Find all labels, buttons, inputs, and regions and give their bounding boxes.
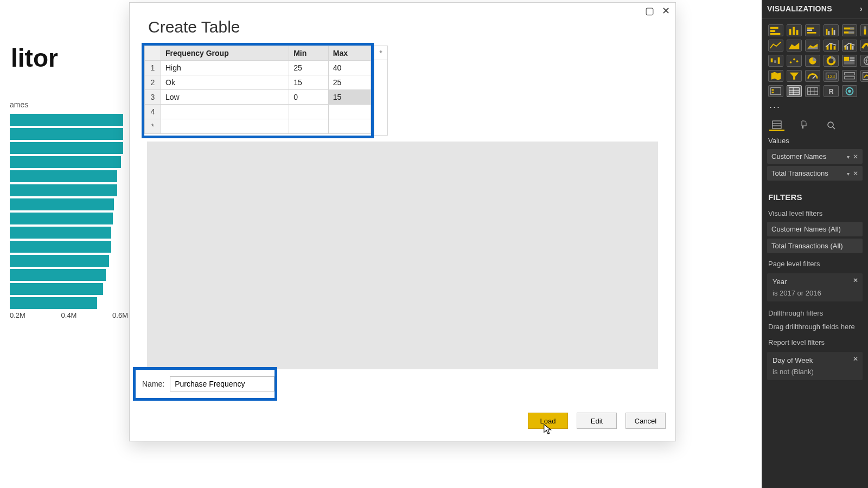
chart-y-axis-label: ames bbox=[10, 100, 28, 109]
stacked-bar-chart-icon[interactable] bbox=[768, 24, 783, 36]
x-tick: 0.2M bbox=[10, 311, 25, 319]
scatter-chart-icon[interactable] bbox=[787, 55, 802, 67]
hundred-percent-column-icon[interactable] bbox=[860, 24, 868, 36]
svg-line-41 bbox=[813, 75, 816, 79]
values-section-label: Values bbox=[762, 131, 868, 147]
col-header-frequency-group[interactable]: Frequency Group bbox=[161, 46, 289, 61]
svg-rect-27 bbox=[852, 46, 854, 49]
col-header-min[interactable]: Min bbox=[289, 46, 329, 61]
chevron-right-icon[interactable]: › bbox=[860, 4, 863, 13]
drillthrough-hint: Drag drillthrough fields here bbox=[762, 319, 868, 334]
editor-canvas bbox=[147, 142, 658, 369]
table-row[interactable]: 2 Ok 15 25 bbox=[145, 75, 371, 90]
col-header-max[interactable]: Max bbox=[328, 46, 371, 61]
page-filters-label: Page level filters bbox=[762, 255, 868, 270]
map-icon[interactable] bbox=[860, 55, 868, 67]
analytics-tab[interactable] bbox=[824, 119, 839, 131]
svg-rect-38 bbox=[850, 60, 854, 61]
field-total-transactions[interactable]: Total Transactions ▾✕ bbox=[767, 166, 863, 181]
svg-rect-3 bbox=[789, 29, 792, 35]
filters-title: FILTERS bbox=[762, 183, 868, 205]
table-editor[interactable]: Frequency Group Min Max 1 High 25 40 2 O… bbox=[142, 43, 374, 138]
clustered-column-chart-icon[interactable] bbox=[824, 24, 839, 36]
svg-rect-23 bbox=[834, 46, 836, 49]
waterfall-chart-icon[interactable] bbox=[768, 55, 783, 67]
extra-column-strip: * bbox=[374, 46, 388, 136]
svg-rect-26 bbox=[850, 43, 852, 49]
svg-rect-11 bbox=[832, 28, 833, 35]
svg-rect-64 bbox=[802, 126, 803, 129]
svg-rect-39 bbox=[844, 61, 854, 65]
chart-x-axis: 0.2M 0.4M 0.6M bbox=[10, 311, 128, 319]
r-script-icon[interactable]: R bbox=[824, 85, 839, 97]
svg-rect-47 bbox=[771, 88, 781, 95]
table-row[interactable]: 4 bbox=[145, 105, 371, 119]
pie-chart-icon[interactable] bbox=[805, 55, 820, 67]
close-icon[interactable]: ✕ bbox=[662, 6, 670, 16]
cursor-icon bbox=[543, 423, 553, 434]
row-header-blank bbox=[145, 46, 161, 61]
slicer-icon[interactable] bbox=[768, 85, 783, 97]
bar-chart bbox=[10, 114, 128, 311]
svg-rect-48 bbox=[772, 89, 774, 91]
format-tab[interactable] bbox=[796, 119, 812, 131]
table-name-input[interactable] bbox=[170, 376, 275, 391]
cancel-button[interactable]: Cancel bbox=[626, 413, 666, 429]
remove-filter-icon[interactable]: ✕ bbox=[853, 355, 858, 363]
gauge-icon[interactable] bbox=[805, 70, 820, 82]
page-filter-year[interactable]: ✕ Year is 2017 or 2016 bbox=[767, 273, 863, 301]
svg-point-60 bbox=[848, 89, 851, 93]
visual-filter-total-transactions[interactable]: Total Transactions (All) bbox=[767, 239, 863, 253]
stacked-column-chart-icon[interactable] bbox=[787, 24, 802, 36]
x-tick: 0.4M bbox=[61, 311, 77, 319]
multi-row-card-icon[interactable] bbox=[842, 70, 857, 82]
fields-tab[interactable] bbox=[769, 119, 784, 131]
visual-filter-customer-names[interactable]: Customer Names (All) bbox=[767, 222, 863, 236]
report-filter-day-of-week[interactable]: ✕ Day of Week is not (Blank) bbox=[767, 352, 863, 380]
stacked-area-icon[interactable] bbox=[805, 40, 820, 52]
chevron-down-icon[interactable]: ▾ bbox=[847, 171, 850, 177]
report-filters-label: Report level filters bbox=[762, 334, 868, 349]
svg-point-31 bbox=[790, 61, 792, 63]
create-table-dialog: ▢ ✕ Create Table Frequency Group Min Max… bbox=[129, 2, 676, 441]
area-chart-icon[interactable] bbox=[787, 40, 802, 52]
line-clustered-column-icon[interactable] bbox=[842, 40, 857, 52]
svg-rect-18 bbox=[864, 27, 866, 30]
more-visuals-icon[interactable]: ... bbox=[762, 99, 868, 115]
svg-rect-2 bbox=[770, 33, 781, 35]
line-stacked-column-icon[interactable] bbox=[824, 40, 839, 52]
edit-button[interactable]: Edit bbox=[577, 413, 617, 429]
extra-col-header: * bbox=[374, 46, 387, 60]
hundred-percent-bar-icon[interactable] bbox=[842, 24, 857, 36]
remove-filter-icon[interactable]: ✕ bbox=[853, 277, 858, 284]
treemap-icon[interactable] bbox=[842, 55, 857, 67]
name-label: Name: bbox=[142, 380, 164, 388]
table-icon[interactable] bbox=[787, 85, 802, 97]
kpi-icon[interactable] bbox=[860, 70, 868, 82]
svg-rect-6 bbox=[807, 28, 814, 29]
remove-field-icon[interactable]: ✕ bbox=[853, 153, 858, 160]
arcgis-map-icon[interactable] bbox=[842, 85, 857, 97]
svg-line-66 bbox=[833, 127, 835, 129]
x-tick: 0.6M bbox=[112, 311, 128, 319]
card-icon[interactable]: 123 bbox=[824, 70, 839, 82]
svg-rect-5 bbox=[796, 30, 799, 35]
svg-rect-8 bbox=[807, 32, 816, 34]
line-chart-icon[interactable] bbox=[768, 40, 783, 52]
remove-field-icon[interactable]: ✕ bbox=[853, 170, 858, 177]
funnel-icon[interactable] bbox=[787, 70, 802, 82]
field-customer-names[interactable]: Customer Names ▾✕ bbox=[767, 149, 863, 164]
donut-chart-icon[interactable] bbox=[824, 55, 839, 67]
svg-rect-1 bbox=[770, 30, 775, 32]
table-row[interactable]: 3 Low 0 15 bbox=[145, 90, 371, 105]
matrix-icon[interactable] bbox=[805, 85, 820, 97]
svg-point-33 bbox=[796, 60, 799, 62]
svg-rect-44 bbox=[845, 73, 855, 75]
chevron-down-icon[interactable]: ▾ bbox=[847, 154, 850, 160]
filled-map-icon[interactable] bbox=[768, 70, 783, 82]
table-row-new[interactable]: * bbox=[145, 119, 371, 134]
maximize-icon[interactable]: ▢ bbox=[645, 6, 654, 16]
table-row[interactable]: 1 High 25 40 bbox=[145, 61, 371, 75]
ribbon-chart-icon[interactable] bbox=[860, 40, 868, 52]
clustered-bar-chart-icon[interactable] bbox=[805, 24, 820, 36]
